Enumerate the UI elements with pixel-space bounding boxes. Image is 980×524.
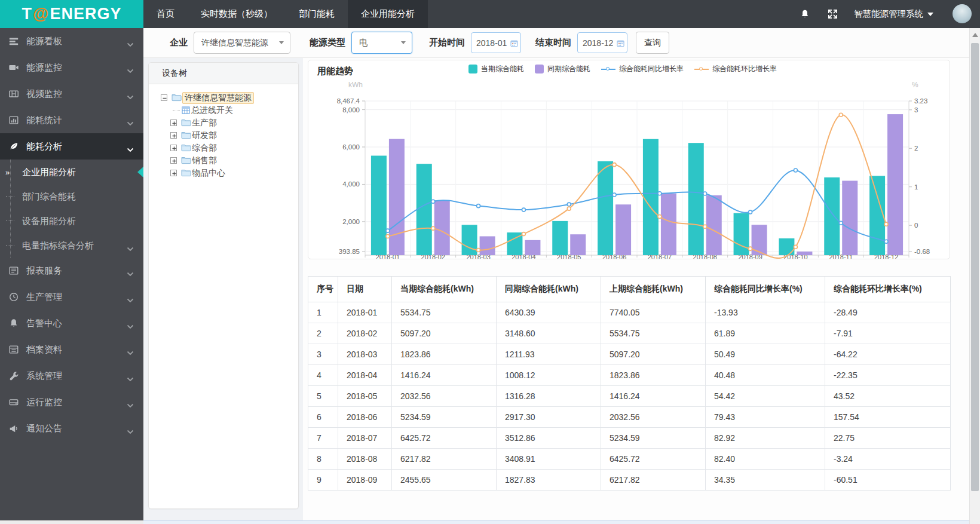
bell-icon[interactable] — [799, 8, 811, 20]
sidebar-item-4[interactable]: 能耗统计 — [0, 107, 143, 133]
chevron-down-icon — [127, 91, 134, 96]
app-logo[interactable]: T@ENERGY — [0, 0, 143, 28]
tree-node-label[interactable]: 研发部 — [192, 130, 217, 141]
point-综合能耗环比增长率-2018-09 — [749, 247, 752, 250]
tree-node-label[interactable]: 生产部 — [192, 118, 217, 128]
sidebar-item-label: 生产管理 — [26, 292, 62, 303]
tree-node-4[interactable]: 综合部 — [149, 142, 298, 154]
table-cell: 54.42 — [706, 386, 825, 407]
svg-text:0: 0 — [914, 222, 918, 229]
table-header-cell-7: 综合能耗环比增长率(%) — [825, 277, 951, 302]
tree-node-label[interactable]: 销售部 — [192, 155, 217, 166]
sidebar-item-label: 告警中心 — [26, 318, 62, 329]
sidebar-item-7[interactable]: 生产管理 — [0, 284, 143, 310]
sidebar-submenu: »企业用能分析部门综合能耗设备用能分析电量指标综合分析 — [0, 160, 143, 258]
sidebar-item-12[interactable]: 通知公告 — [0, 415, 143, 442]
sidebar-item-1[interactable]: 能源看板 — [0, 28, 143, 54]
table-cell: 9 — [308, 470, 338, 491]
bar-同期综合能耗-2018-03 — [480, 236, 495, 255]
sidebar-subitem-3[interactable]: 设备用能分析 — [0, 209, 143, 233]
tree-node-1[interactable]: 总进线开关 — [149, 104, 298, 117]
scrollbar-thumb[interactable] — [971, 43, 979, 491]
table-cell: 8 — [308, 449, 338, 470]
expand-expander-icon[interactable] — [170, 170, 177, 176]
scroll-up-arrow-icon[interactable] — [972, 33, 978, 37]
tree-node-5[interactable]: 销售部 — [149, 154, 298, 167]
active-item-arrows-icon: » — [5, 167, 10, 176]
tree-root-label[interactable]: 许继信息智慧能源 — [182, 92, 254, 104]
tree-node-label[interactable]: 综合部 — [192, 143, 217, 154]
table-cell: 1823.86 — [392, 344, 497, 365]
sidebar-item-2[interactable]: 能源监控 — [0, 54, 143, 81]
table-cell: 6217.82 — [601, 470, 706, 491]
vertical-scrollbar[interactable] — [969, 28, 980, 524]
table-cell: 2018-05 — [338, 386, 392, 407]
folder-icon — [181, 168, 191, 179]
table-header-cell-1: 序号 — [308, 277, 338, 302]
calendar-icon — [510, 39, 518, 50]
system-name-menu[interactable]: 智慧能源管理系统 — [854, 8, 933, 20]
sidebar-item-5[interactable]: 能耗分析 — [0, 133, 143, 160]
tree-node-label[interactable]: 总进线开关 — [191, 105, 233, 116]
svg-text:393.85: 393.85 — [339, 248, 360, 255]
select-caret-icon — [279, 41, 284, 44]
sidebar-item-9[interactable]: 档案资料 — [0, 336, 143, 363]
avatar[interactable] — [953, 4, 972, 23]
sidebar-item-11[interactable]: 运行监控 — [0, 389, 143, 415]
fullscreen-icon[interactable] — [826, 8, 838, 20]
sidebar-item-6[interactable]: 报表服务 — [0, 258, 143, 284]
query-button[interactable]: 查询 — [636, 32, 669, 54]
megaphone-icon — [8, 423, 19, 434]
table-cell: 2018-08 — [338, 449, 392, 470]
table-cell: 1 — [308, 302, 338, 323]
topnav-item-1[interactable]: 首页 — [143, 0, 188, 28]
chevron-down-icon — [127, 268, 134, 273]
sidebar-item-8[interactable]: 告警中心 — [0, 310, 143, 336]
table-row-2: 22018-025097.203148.605534.7561.89-7.91 — [308, 323, 951, 344]
bottom-left-strip — [0, 520, 143, 524]
sidebar-subitem-1[interactable]: »企业用能分析 — [0, 160, 143, 184]
sidebar-subitem-label: 企业用能分析 — [22, 166, 76, 177]
table-cell: 1008.12 — [497, 365, 601, 386]
meter-grid-icon — [182, 106, 190, 116]
company-select[interactable]: 许继信息智慧能源 — [194, 32, 290, 54]
sidebar-item-label: 系统管理 — [26, 370, 62, 382]
expand-expander-icon[interactable] — [170, 119, 177, 126]
device-tree: 许继信息智慧能源总进线开关生产部研发部综合部销售部物品中心 — [149, 84, 298, 179]
tree-root-node[interactable]: 许继信息智慧能源 — [149, 91, 298, 104]
wrench-icon — [8, 370, 19, 381]
sidebar-subitem-4[interactable]: 电量指标综合分析 — [0, 233, 143, 258]
sidebar-subitem-2[interactable]: 部门综合能耗 — [0, 184, 143, 209]
chevron-down-icon — [127, 295, 134, 299]
active-item-pointer-icon — [137, 167, 143, 177]
point-综合能耗环比增长率-2018-06 — [612, 163, 616, 167]
topnav-item-3[interactable]: 部门能耗 — [286, 0, 348, 28]
energy-type-select[interactable]: 电 — [351, 32, 412, 54]
tree-node-3[interactable]: 研发部 — [149, 129, 298, 142]
point-综合能耗环比增长率-2018-12 — [884, 222, 888, 226]
expand-expander-icon[interactable] — [170, 145, 177, 151]
expand-expander-icon[interactable] — [170, 132, 177, 139]
bar-同期综合能耗-2018-07 — [661, 194, 676, 255]
tree-node-label[interactable]: 物品中心 — [192, 168, 225, 179]
clock-icon — [8, 292, 19, 302]
company-label: 企业 — [170, 37, 188, 48]
svg-text:3: 3 — [914, 106, 918, 114]
point-综合能耗环比增长率-2018-07 — [658, 215, 662, 219]
topnav-item-2[interactable]: 实时数据（秒级） — [188, 0, 286, 28]
sidebar-item-10[interactable]: 系统管理 — [0, 363, 143, 389]
sidebar-item-3[interactable]: 视频监控 — [0, 81, 143, 107]
folder-icon — [181, 131, 191, 141]
topnav-item-4[interactable]: 企业用能分析 — [348, 0, 428, 28]
table-cell: 6 — [308, 407, 338, 428]
tree-node-6[interactable]: 物品中心 — [149, 167, 298, 179]
expand-expander-icon[interactable] — [170, 157, 177, 164]
tree-node-2[interactable]: 生产部 — [149, 117, 298, 129]
table-cell: 2018-03 — [338, 344, 392, 365]
table-cell: 5234.59 — [392, 407, 497, 428]
chevron-down-icon — [127, 321, 134, 326]
collapse-expander-icon[interactable] — [161, 94, 167, 101]
table-cell: 2018-02 — [338, 323, 392, 344]
sidebar-item-label: 档案资料 — [26, 344, 62, 356]
point-综合能耗同比增长率-2018-08 — [703, 192, 707, 195]
